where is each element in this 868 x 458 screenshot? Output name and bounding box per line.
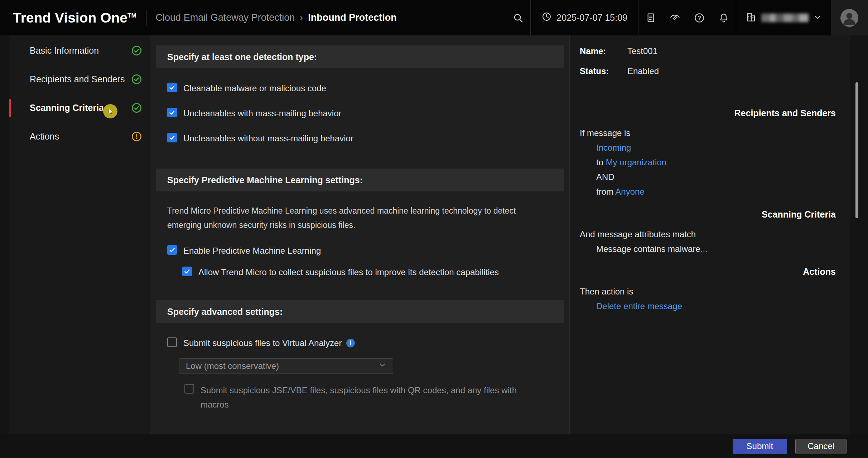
- step-label: Recipients and Senders: [30, 74, 125, 84]
- attributes-match-line: And message attributes match: [580, 230, 836, 239]
- checkbox-submit-virtual-analyzer[interactable]: Submit suspicious files to Virtual Analy…: [167, 337, 564, 350]
- if-message-line: If message is: [580, 128, 836, 138]
- step-label: Basic Information: [30, 45, 99, 56]
- breadcrumb-current: Inbound Protection: [308, 12, 396, 23]
- info-icon[interactable]: [346, 338, 355, 348]
- pml-description: Trend Micro Predictive Machine Learning …: [167, 204, 552, 232]
- header-divider: [146, 10, 146, 26]
- check-circle-icon: [131, 74, 142, 84]
- avatar: [840, 9, 858, 27]
- pml-section-header: Specify Predictive Machine Learning sett…: [156, 169, 564, 191]
- sidebar-item-basic-information[interactable]: Basic Information: [9, 36, 150, 65]
- header-actions: 2025-07-07 15:09 ?: [506, 0, 868, 35]
- breadcrumb: Cloud Email Gateway Protection › Inbound…: [156, 12, 397, 23]
- link-anyone[interactable]: Anyone: [615, 187, 644, 196]
- submit-button[interactable]: Submit: [733, 439, 787, 454]
- name-row: Name: Test001: [580, 46, 836, 56]
- link-delete-entire-message[interactable]: Delete entire message: [596, 301, 682, 311]
- checkbox-checked: [167, 245, 177, 255]
- link-incoming[interactable]: Incoming: [596, 143, 631, 152]
- checkbox-unchecked-disabled: [184, 384, 194, 394]
- advanced-settings-section-header: Specify advanced settings:: [156, 300, 564, 323]
- check-circle-icon: [131, 103, 142, 113]
- chevron-down-icon: [378, 361, 386, 371]
- select-value: Low (most conservative): [186, 361, 279, 371]
- notifications-button[interactable]: [712, 0, 736, 35]
- scanning-criteria-panel: Specify at least one detection type: Cle…: [150, 35, 570, 434]
- footer-bar: Submit Cancel: [0, 434, 868, 458]
- trend-vision-one-page: Trend Vision OneTM Cloud Email Gateway P…: [0, 0, 868, 458]
- cancel-button[interactable]: Cancel: [795, 439, 847, 454]
- summary-body: Recipients and Senders If message is Inc…: [570, 87, 850, 311]
- app-logo[interactable]: Trend Vision OneTM: [13, 10, 136, 26]
- status-row: Status: Enabled: [580, 66, 836, 76]
- top-bar: Trend Vision OneTM Cloud Email Gateway P…: [0, 0, 868, 35]
- and-line: AND: [596, 172, 836, 182]
- status-label: Status:: [580, 66, 627, 76]
- detection-type-section-header: Specify at least one detection type:: [156, 45, 564, 68]
- summary-header: Name: Test001 Status: Enabled: [570, 35, 850, 87]
- name-value: Test001: [627, 46, 657, 56]
- recipients-senders-heading: Recipients and Senders: [580, 108, 836, 118]
- question-icon: ?: [694, 13, 705, 23]
- action-value-line: Delete entire message: [596, 302, 836, 311]
- search-icon: [513, 13, 524, 23]
- check-circle-icon: [131, 45, 142, 56]
- checkbox-collect-suspicious-files[interactable]: Allow Trend Micro to collect suspicious …: [182, 266, 564, 279]
- incoming-line: Incoming: [596, 143, 836, 152]
- handshake-icon: [670, 13, 680, 23]
- checkbox-cleanable-malware[interactable]: Cleanable malware or malicious code: [167, 82, 564, 95]
- breadcrumb-parent[interactable]: Cloud Email Gateway Protection: [156, 12, 295, 23]
- then-action-line: Then action is: [580, 287, 836, 296]
- user-menu-button[interactable]: [831, 0, 868, 35]
- checkbox-checked: [167, 83, 177, 92]
- breadcrumb-separator: ›: [300, 12, 303, 23]
- checkbox-checked: [182, 267, 192, 276]
- policy-summary-panel: Name: Test001 Status: Enabled Recipients…: [570, 35, 850, 434]
- warning-circle-icon: [131, 131, 142, 142]
- scrollbar-thumb[interactable]: [855, 82, 858, 218]
- scanning-criteria-heading: Scanning Criteria: [580, 209, 836, 220]
- analyzer-security-level-select[interactable]: Low (most conservative): [179, 358, 393, 374]
- step-label: Scanning Criteria: [30, 103, 104, 113]
- actions-heading: Actions: [580, 267, 836, 277]
- clock-icon: [541, 11, 552, 24]
- name-label: Name:: [580, 46, 627, 56]
- checkbox-checked: [167, 133, 177, 142]
- link-my-organization[interactable]: My organization: [606, 157, 666, 167]
- wizard-steps-sidebar: Basic Information Recipients and Senders…: [9, 35, 150, 434]
- checkbox-uncleanables-no-mass-mailing[interactable]: Uncleanables without mass-mailing behavi…: [167, 132, 564, 145]
- datetime-text: 2025-07-07 15:09: [557, 13, 627, 23]
- chevron-down-icon: [814, 13, 821, 23]
- search-button[interactable]: [506, 0, 530, 35]
- from-line: from Anyone: [596, 187, 836, 196]
- bell-icon: [718, 13, 729, 23]
- datetime-display[interactable]: 2025-07-07 15:09: [530, 0, 638, 35]
- sidebar-item-scanning-criteria[interactable]: Scanning Criteria: [9, 93, 150, 122]
- document-icon: [646, 13, 656, 23]
- support-button[interactable]: [663, 0, 687, 35]
- sidebar-item-actions[interactable]: Actions: [9, 122, 150, 151]
- help-button[interactable]: ?: [687, 0, 712, 35]
- to-line: to My organization: [596, 158, 836, 167]
- policy-wizard-card: Basic Information Recipients and Senders…: [9, 35, 850, 434]
- checkbox-unchecked: [167, 337, 177, 347]
- tenant-selector[interactable]: [736, 0, 831, 35]
- tenant-name-redacted: [761, 14, 809, 22]
- trademark-symbol: TM: [127, 12, 136, 19]
- checkbox-submit-jse-vbe-files[interactable]: Submit suspicious JSE/VBE files, suspici…: [184, 383, 564, 412]
- malware-line: Message contains malware...: [596, 244, 836, 254]
- detection-type-options: Cleanable malware or malicious code Uncl…: [167, 82, 564, 145]
- cursor-click-indicator: [103, 104, 117, 118]
- status-value: Enabled: [627, 66, 659, 76]
- release-notes-button[interactable]: [638, 0, 663, 35]
- link-malware-details[interactable]: ...: [700, 244, 708, 254]
- checkbox-uncleanables-mass-mailing[interactable]: Uncleanables with mass-mailing behavior: [167, 107, 564, 120]
- building-icon: [746, 12, 756, 24]
- sidebar-item-recipients-and-senders[interactable]: Recipients and Senders: [9, 65, 150, 93]
- checkbox-checked: [167, 108, 177, 117]
- checkbox-enable-pml[interactable]: Enable Predictive Machine Learning: [167, 244, 564, 257]
- svg-text:?: ?: [698, 14, 701, 21]
- step-label: Actions: [30, 131, 59, 142]
